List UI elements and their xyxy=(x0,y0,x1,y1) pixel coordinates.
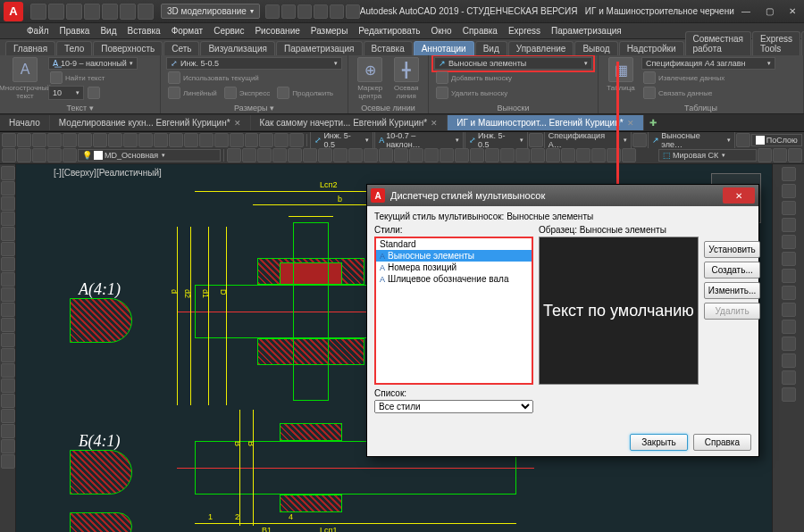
tool-icon[interactable] xyxy=(274,133,289,147)
centermark-button[interactable]: ⊕Маркер центра xyxy=(354,57,387,100)
tool-icon[interactable] xyxy=(1,378,15,393)
dim-usecurrent-button[interactable]: Использовать текущий xyxy=(166,71,261,85)
tool-icon[interactable] xyxy=(782,286,796,300)
dimstyle-sel-2[interactable]: A10-0.7 – наклон…▾ xyxy=(374,132,464,148)
tool-icon[interactable] xyxy=(1,227,15,241)
open-icon[interactable] xyxy=(48,4,64,20)
tool-icon[interactable] xyxy=(93,133,107,147)
ribbon-tab[interactable]: Визуализация xyxy=(200,41,274,55)
tool-icon[interactable] xyxy=(348,148,363,162)
panel-title[interactable]: Таблицы xyxy=(604,103,798,113)
ribbon-tab[interactable]: Express Tools xyxy=(752,31,800,55)
tool-icon[interactable] xyxy=(758,148,772,162)
table-style-selector[interactable]: Спецификация А4 заглавн▾ xyxy=(641,57,775,70)
tool-icon[interactable] xyxy=(1,409,15,423)
new-icon[interactable] xyxy=(30,4,46,20)
close-button[interactable]: Закрыть xyxy=(630,434,688,451)
menu-item[interactable]: Редактировать xyxy=(358,26,420,36)
ribbon-tab[interactable]: Поверхность xyxy=(93,41,163,55)
menu-item[interactable]: Express xyxy=(508,26,540,36)
tool-icon[interactable] xyxy=(257,148,272,162)
mtext-button[interactable]: A Многострочный текст xyxy=(5,57,45,100)
close-icon[interactable]: ✕ xyxy=(431,119,438,128)
table-button[interactable]: ▦Таблица xyxy=(604,57,638,92)
dialog-close-button[interactable]: ✕ xyxy=(723,187,755,204)
document-tab[interactable]: Начало xyxy=(0,115,50,130)
tool-icon[interactable] xyxy=(230,133,244,147)
tool-icon[interactable] xyxy=(227,148,241,162)
mleader-sel[interactable]: ↗Выносные эле…▾ xyxy=(648,132,734,148)
ribbon-tab[interactable]: Вид xyxy=(475,41,507,55)
modify-style-button[interactable]: Изменить... xyxy=(704,282,760,299)
tool-icon[interactable] xyxy=(576,148,590,162)
add-leader-button[interactable]: Добавить выноску xyxy=(434,71,592,85)
layer-selector[interactable]: 💡MD_Основная▾ xyxy=(78,149,221,162)
centerline-button[interactable]: ╋Осевая линия xyxy=(390,57,423,100)
tool-icon[interactable] xyxy=(138,133,153,147)
ribbon-tab[interactable]: Надстройки xyxy=(619,41,684,55)
dimstyle-sel-1[interactable]: ⤢Инж. 5-0.5▾ xyxy=(310,132,373,148)
tool-icon[interactable] xyxy=(379,148,393,162)
save-icon[interactable] xyxy=(66,4,82,20)
style-list-item[interactable]: Standard xyxy=(376,238,532,250)
tool-icon[interactable] xyxy=(245,133,259,147)
text-height-input[interactable]: 10▾ xyxy=(48,86,84,100)
dim-continue-button[interactable]: Продолжить xyxy=(275,86,335,100)
qat-btn[interactable] xyxy=(297,4,312,19)
ribbon-tab[interactable]: Главная xyxy=(5,41,55,55)
document-tab[interactable]: Как самому начерти... Евгений Курицин*✕ xyxy=(251,115,448,130)
panel-title[interactable]: Текст ▾ xyxy=(5,103,155,113)
spellcheck-button[interactable] xyxy=(86,86,102,100)
tool-icon[interactable] xyxy=(622,148,636,162)
tool-icon[interactable] xyxy=(529,133,543,147)
tool-icon[interactable] xyxy=(272,148,287,162)
tool-icon[interactable] xyxy=(1,166,15,180)
tool-icon[interactable] xyxy=(2,133,16,147)
tool-icon[interactable] xyxy=(17,148,31,162)
tool-icon[interactable] xyxy=(1,454,15,469)
tool-icon[interactable] xyxy=(303,148,317,162)
tool-icon[interactable] xyxy=(515,148,530,162)
tool-icon[interactable] xyxy=(788,148,802,162)
tool-icon[interactable] xyxy=(409,148,423,162)
tool-icon[interactable] xyxy=(1,394,15,408)
tool-icon[interactable] xyxy=(782,303,796,317)
dialog-titlebar[interactable]: A Диспетчер стилей мультивыносок ✕ xyxy=(367,185,758,206)
ribbon-tab[interactable]: Тело xyxy=(56,41,92,55)
tool-icon[interactable] xyxy=(1,242,15,256)
maximize-button[interactable]: ▢ xyxy=(758,3,781,21)
tool-icon[interactable] xyxy=(2,148,16,162)
undo-icon[interactable] xyxy=(120,4,136,20)
tool-icon[interactable] xyxy=(289,133,304,147)
tool-icon[interactable] xyxy=(108,133,122,147)
tool-icon[interactable] xyxy=(1,196,15,211)
tool-icon[interactable] xyxy=(546,148,560,162)
tool-icon[interactable] xyxy=(632,133,647,147)
tool-icon[interactable] xyxy=(394,148,408,162)
ribbon-tab[interactable]: Вывод xyxy=(574,41,617,55)
text-style-selector[interactable]: A͟10-9 – наклонный▾ xyxy=(48,57,138,70)
ribbon-tab[interactable]: Вставка xyxy=(364,41,413,55)
ribbon-tab[interactable]: Управление xyxy=(508,41,574,55)
tool-icon[interactable] xyxy=(782,184,796,198)
tool-icon[interactable] xyxy=(561,148,575,162)
tool-icon[interactable] xyxy=(1,257,15,271)
dimstyle-sel-3[interactable]: ⤢Инж. 5-0.5▾ xyxy=(465,132,528,148)
tool-icon[interactable] xyxy=(288,148,302,162)
style-list-item[interactable]: AНомера позиций xyxy=(376,262,532,273)
qat-btn[interactable] xyxy=(314,4,328,19)
ribbon-tab[interactable]: Параметризация xyxy=(276,41,363,55)
document-tab[interactable]: ИГ и Машиностроит... Евгений Курицин*✕ xyxy=(448,115,643,130)
delete-style-button[interactable]: Удалить xyxy=(704,303,760,320)
tool-icon[interactable] xyxy=(773,148,787,162)
tool-icon[interactable] xyxy=(782,269,796,283)
menu-item[interactable]: Формат xyxy=(172,26,204,36)
close-icon[interactable]: ✕ xyxy=(627,119,634,128)
tool-icon[interactable] xyxy=(333,148,348,162)
tool-icon[interactable] xyxy=(531,148,545,162)
plot-icon[interactable] xyxy=(102,4,118,20)
tool-icon[interactable] xyxy=(47,148,62,162)
menu-item[interactable]: Справка xyxy=(463,26,498,36)
styles-listbox[interactable]: StandardAВыносные элементыAНомера позици… xyxy=(374,237,533,385)
menu-item[interactable]: Окно xyxy=(431,26,451,36)
